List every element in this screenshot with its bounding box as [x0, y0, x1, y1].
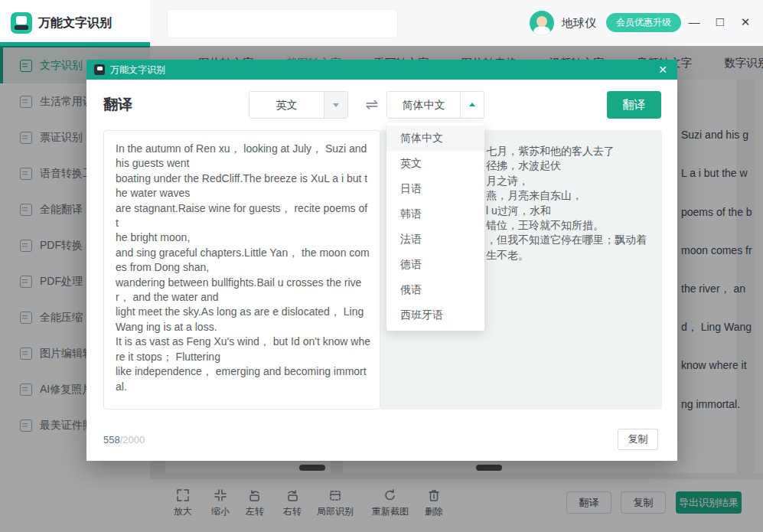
dropdown-option-japanese[interactable]: 日语 — [386, 176, 484, 201]
dropdown-option-french[interactable]: 法语 — [386, 227, 484, 252]
target-language-dropdown: 简体中文 英文 日语 韩语 法语 德语 俄语 西班牙语 — [386, 122, 484, 331]
maximize-button[interactable]: □ — [710, 12, 730, 32]
close-button[interactable]: ✕ — [735, 12, 755, 32]
modal-header: 万能文字识别 ✕ — [86, 60, 677, 80]
translation-result-text: 七月，紫苏和他的客人去了 径拂，水波起伏 月之诗， 燕，月亮来自东山， l u过… — [486, 144, 647, 263]
source-text: In the autumn of Ren xu， looking at July… — [116, 142, 372, 394]
modal-logo-icon — [94, 64, 105, 75]
user-avatar[interactable] — [530, 11, 554, 35]
titlebar: 万能文字识别 地球仪 会员优惠升级 — □ ✕ — [0, 0, 763, 46]
source-lang-dropdown-zone[interactable] — [324, 92, 347, 118]
modal-title: 翻译 — [103, 95, 132, 115]
dropdown-option-spanish[interactable]: 西班牙语 — [386, 302, 484, 328]
target-lang-dropdown-zone[interactable] — [460, 92, 484, 118]
modal-close-icon[interactable]: ✕ — [658, 60, 667, 80]
modal-header-title: 万能文字识别 — [110, 64, 165, 77]
search-input[interactable] — [167, 9, 398, 38]
char-counter: 558/2000 — [103, 434, 145, 446]
dropdown-option-german[interactable]: 德语 — [386, 252, 484, 277]
dropdown-option-simplified-chinese[interactable]: 简体中文 — [386, 126, 484, 151]
app-logo-icon — [11, 12, 32, 34]
source-text-area[interactable]: In the autumn of Ren xu， looking at July… — [103, 130, 380, 410]
dropdown-option-korean[interactable]: 韩语 — [386, 201, 484, 227]
copy-button[interactable]: 复制 — [618, 429, 658, 450]
source-language-select[interactable]: 英文 — [249, 91, 348, 119]
vip-upgrade-badge[interactable]: 会员优惠升级 — [606, 13, 681, 32]
chevron-up-icon — [469, 100, 475, 106]
app-title: 万能文字识别 — [38, 15, 112, 31]
translate-button[interactable]: 翻译 — [607, 91, 661, 119]
swap-languages-icon[interactable]: ⇌ — [359, 95, 385, 113]
minimize-button[interactable]: — — [684, 12, 704, 32]
target-language-select[interactable]: 简体中文 — [386, 91, 484, 119]
username[interactable]: 地球仪 — [562, 16, 596, 31]
app-window: 万能文字识别 地球仪 会员优惠升级 — □ ✕ 文字识别 生活常用识别 票证识别… — [0, 0, 763, 532]
chevron-down-icon — [333, 103, 339, 110]
dropdown-option-russian[interactable]: 俄语 — [386, 277, 484, 302]
translate-modal: 万能文字识别 ✕ 翻译 英文 ⇌ 简体中文 翻译 In the autumn o… — [86, 60, 677, 461]
dropdown-option-english[interactable]: 英文 — [386, 151, 484, 176]
